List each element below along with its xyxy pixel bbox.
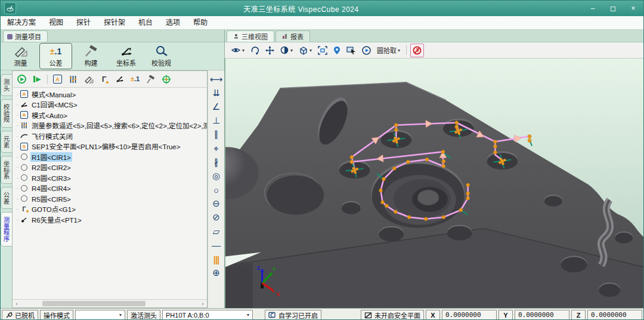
tolerance-button[interactable]: ±.1 <box>128 72 142 86</box>
gdt-circularity-icon[interactable]: ○ <box>208 183 224 197</box>
side-tab-probe[interactable]: 测头 <box>1 74 12 96</box>
tree-row[interactable]: ··R5圆<CIR5> <box>13 193 207 204</box>
zoom-fit-button[interactable] <box>315 44 330 57</box>
sliders-icon <box>69 75 77 84</box>
step-run-button[interactable]: ▶ <box>30 72 44 86</box>
menu-bar: 解决方案 视图 探针 探针架 机台 选项 帮助 <box>1 16 643 30</box>
side-tab-tolerance[interactable]: 公差 <box>1 187 12 209</box>
x-coordinate-value: 0.0000000 <box>442 310 497 320</box>
tree-row[interactable]: ··飞行模式关闭 <box>13 131 207 141</box>
ribbon-tolerance-button[interactable]: ±.1 公差 <box>39 43 72 69</box>
scroll-right-arrow[interactable]: › <box>199 301 207 307</box>
tree-row[interactable]: ··R6矢量点<PT1> <box>13 214 207 225</box>
tree-row[interactable]: ··R4圆<CIR4> <box>13 183 207 194</box>
op-mode-dropdown[interactable]: ▾ <box>75 310 125 320</box>
close-button[interactable]: × <box>623 2 643 15</box>
active-probe-dropdown[interactable]: PH10T A:0,B:0 ▾ <box>162 310 253 320</box>
gdt-line-profile-icon[interactable]: ||| <box>208 252 224 266</box>
restore-button[interactable]: ◻ <box>603 2 623 15</box>
side-tab-program[interactable]: 测量程序 <box>1 212 12 247</box>
gdt-symmetry-icon[interactable]: ⊖ <box>208 197 224 211</box>
gdt-runout-icon[interactable]: ⊘ <box>208 211 224 224</box>
scrollbar-track[interactable] <box>21 300 199 307</box>
ribbon-construct-button[interactable]: 构建 <box>75 43 107 69</box>
gdt-concentricity-icon[interactable]: ◎ <box>208 169 224 183</box>
tree-row-selected[interactable]: ··R1圆<CIR1> <box>13 152 207 162</box>
gdt-position-icon[interactable]: ⌖ <box>208 141 224 155</box>
tab-3d-view[interactable]: 三维视图 <box>227 30 274 42</box>
side-tab-elements[interactable]: 元素 <box>1 131 12 153</box>
gdt-angle-vectors-icon[interactable]: ⇊ <box>208 86 224 100</box>
pan-button[interactable] <box>263 44 277 57</box>
gdt-coaxiality-icon[interactable]: ⊕ <box>208 266 224 280</box>
menu-help[interactable]: 帮助 <box>187 16 214 29</box>
gdt-angularity-icon[interactable]: ∦ <box>208 155 224 169</box>
menu-probe[interactable]: 探针 <box>70 16 97 29</box>
tree-row[interactable]: ··测量参数逼近<5>,回退<5>,搜索<6>,定位<2>,定位加<2>,测量 <box>13 121 207 131</box>
status-bar: 已脱机 操作模式 ▾ 激活测头 PH10T A:0,B:0 ▾ 自学习已开启 未… <box>1 308 643 320</box>
visibility-button[interactable]: ▾ <box>228 44 247 57</box>
view-cube-button[interactable]: ▾ <box>296 44 314 57</box>
goto-button[interactable]: Γ <box>97 72 111 86</box>
menu-options[interactable]: 选项 <box>159 16 187 29</box>
gdt-angle-icon[interactable]: ∠ <box>208 100 224 113</box>
tree-row[interactable]: ··R3圆<CIR3> <box>13 173 207 183</box>
ribbon-coordsys-button[interactable]: 坐标系 <box>110 43 143 69</box>
mode-icon: A <box>20 90 29 98</box>
minimize-button[interactable]: – <box>583 2 603 15</box>
probe-disable-button[interactable] <box>410 44 424 57</box>
menu-view[interactable]: 视图 <box>42 16 70 29</box>
coordsys-button[interactable] <box>113 72 126 86</box>
measure-button[interactable] <box>82 72 95 86</box>
z-axis-label: Z <box>571 310 586 320</box>
side-tab-coordsys[interactable]: 坐标系 <box>1 156 12 184</box>
tree-row[interactable]: ··SSEP1安全平面<PLN1>偏移<10>是否启用<True> <box>13 141 207 152</box>
mode-button[interactable]: A <box>51 72 64 86</box>
gdt-straightness-icon[interactable]: — <box>208 238 224 252</box>
tree-row[interactable]: ··C1回调<MCS> <box>13 100 207 110</box>
construct-button[interactable] <box>144 72 157 86</box>
side-tab-gauge[interactable]: 校验规 <box>1 99 12 128</box>
ribbon-verify-button[interactable]: 校验规 <box>145 43 178 69</box>
render-style-button[interactable]: ▾ <box>278 44 295 57</box>
play-circle-icon <box>362 46 371 55</box>
gdt-flatness-icon[interactable]: ▱ <box>208 224 224 238</box>
circle-feature-icon <box>20 185 29 192</box>
vector-point-icon <box>20 217 29 223</box>
orbit-button[interactable] <box>248 44 262 57</box>
self-learning-status: 自学习已开启 <box>265 310 321 320</box>
circle-feature-icon <box>20 164 29 171</box>
parameters-button[interactable] <box>66 72 80 86</box>
select-button[interactable] <box>344 44 358 57</box>
menu-machine[interactable]: 机台 <box>132 16 159 29</box>
tree-row[interactable]: ··A模式<Auto> <box>13 110 207 121</box>
tree-row[interactable]: ··R2圆<CIR2> <box>13 162 207 173</box>
chevron-down-icon: ▾ <box>247 312 249 318</box>
gdt-distance-icon[interactable]: ⟷ <box>208 72 224 86</box>
location-pin-icon <box>333 46 340 55</box>
menu-solution[interactable]: 解决方案 <box>1 16 42 29</box>
chevron-down-icon: ▾ <box>309 48 312 53</box>
mode-icon: A <box>20 111 29 119</box>
menu-probe-rack[interactable]: 探针架 <box>97 16 132 29</box>
tree-row[interactable]: ··A模式<Manual> <box>13 89 207 100</box>
magnifier-icon <box>154 45 169 58</box>
tolerance-icon: ±.1 <box>50 45 61 58</box>
3d-viewport[interactable]: Z Y X <box>225 59 643 308</box>
tree-row[interactable]: ··ΓGOTO点<G1> <box>13 204 207 215</box>
run-button[interactable]: ▶ <box>15 72 29 86</box>
circle-pick-button[interactable]: 圆拾取 ▾ <box>374 44 402 57</box>
target-button[interactable] <box>159 72 173 86</box>
pan-icon <box>265 46 274 55</box>
window-title: 天准三坐标系统 VispecCube 2024 <box>20 4 583 14</box>
gdt-perpendicularity-icon[interactable]: ⊥ <box>208 114 224 128</box>
gdt-parallelism-icon[interactable]: ∥ <box>208 128 224 141</box>
scroll-left-arrow[interactable]: ‹ <box>13 301 21 307</box>
locate-button[interactable] <box>331 44 343 57</box>
ribbon-measure-button[interactable]: 测量 <box>4 43 37 69</box>
tab-report[interactable]: 报表 <box>275 30 310 42</box>
scrollbar-thumb[interactable] <box>42 301 145 306</box>
run-view-button[interactable] <box>360 44 373 57</box>
tab-measurement-project[interactable]: 测量项目 <box>3 30 48 42</box>
safety-plane-status: 未开启安全平面 <box>361 310 424 320</box>
